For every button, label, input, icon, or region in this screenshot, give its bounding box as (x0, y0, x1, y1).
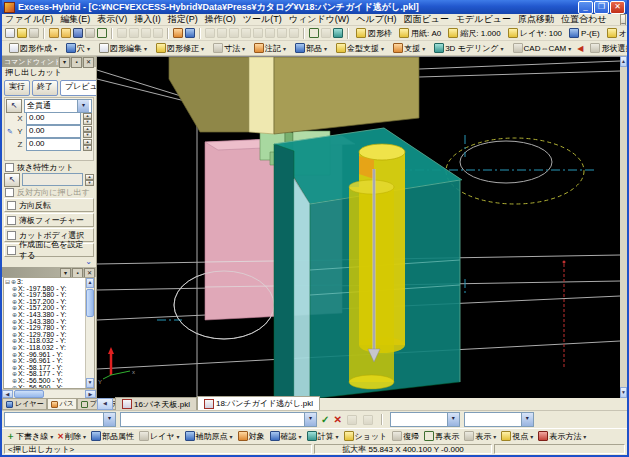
checkbox[interactable] (7, 231, 16, 240)
value-combo-4[interactable]: ▾ (464, 412, 534, 427)
aux-origin-menu[interactable]: 補助原点 (184, 431, 233, 442)
toolbar-collapse-icon[interactable]: ◀ (577, 44, 583, 53)
scroll-up-icon[interactable]: ▲ (620, 56, 627, 67)
hole-menu[interactable]: 穴 (63, 42, 92, 55)
z-input[interactable]: 0.00 (26, 138, 81, 151)
scroll-left-icon[interactable]: ◀ (2, 390, 13, 398)
x-spinner[interactable]: ▲▼ (83, 113, 92, 124)
close-button[interactable]: ✕ (610, 1, 625, 14)
value-combo-2[interactable]: ▾ (120, 412, 317, 427)
depth-type-select[interactable]: 全貫通▾ (24, 99, 92, 113)
parts-menu[interactable]: 部品 (292, 42, 329, 55)
command-panel-header[interactable]: コマンドウィンドウ ▾ ▪ ✕ (2, 56, 96, 67)
leaf-icon[interactable] (333, 28, 343, 38)
tree-coordinate-item[interactable]: ⊕X: -56.500 - Y: (4, 385, 85, 389)
shape-edit-menu[interactable]: 図形編集 (96, 42, 149, 55)
menu-operate[interactable]: 操作(O) (205, 14, 236, 26)
part-attribute-button[interactable]: 部品属性 (90, 431, 134, 442)
restore-view-button[interactable]: 復帰 (391, 431, 419, 442)
chevron-down-icon[interactable]: ▾ (103, 413, 115, 426)
scrollbar-thumb[interactable] (14, 390, 44, 398)
menu-insert[interactable]: 挿入(I) (134, 14, 161, 26)
checkbox[interactable] (7, 246, 16, 255)
option-thin-feature[interactable]: 薄板フィーチャー (4, 213, 94, 227)
menu-file[interactable]: ファイル(F) (5, 14, 53, 26)
viewport-3d[interactable]: x Y (97, 56, 620, 399)
y-input[interactable]: 0.00 (26, 125, 81, 138)
overlay-button[interactable]: オーバーレイ:0 (606, 28, 627, 39)
support-menu[interactable]: 支援 (390, 42, 427, 55)
restore-button[interactable]: ❐ (594, 1, 609, 14)
menu-origin-move[interactable]: 原点移動 (518, 14, 554, 26)
tree-horizontal-scrollbar[interactable]: ◀ ▶ (2, 389, 96, 398)
document-tab-inactive[interactable]: 16:バネ天板.pkl (115, 397, 197, 410)
doc-tab-scroll-left-icon[interactable]: ◀ (97, 398, 113, 410)
shape-fix-menu[interactable]: 図形修正 (153, 42, 206, 55)
menu-align[interactable]: 位置合わせ (561, 14, 606, 26)
menu-tools[interactable]: ツール(T) (243, 14, 282, 26)
tree-panel-header[interactable]: ▾ ▪ ✕ (2, 267, 96, 277)
menu-help[interactable]: ヘルプ(H) (356, 14, 396, 26)
modeling-3d-menu[interactable]: 3D モデリング (431, 42, 505, 55)
open-file-icon[interactable] (17, 28, 27, 38)
target-button[interactable]: 対象 (237, 431, 265, 442)
save-icon[interactable] (73, 28, 83, 38)
z-spinner[interactable]: ▲▼ (83, 139, 92, 150)
draft-line-menu[interactable]: ＋下書き線 (6, 430, 53, 443)
menu-window[interactable]: ウィンドウ(W) (289, 14, 350, 26)
display-menu[interactable]: 表示 (463, 431, 496, 442)
paper-size-button[interactable]: 用紙: A0 (398, 28, 441, 39)
checkbox[interactable] (5, 163, 14, 172)
viewport-vertical-scrollbar[interactable]: ▲ ▼ (620, 56, 627, 398)
execute-button[interactable]: 実行 (4, 80, 30, 96)
menu-model-view[interactable]: モデルビュー (456, 14, 511, 26)
chevron-down-icon[interactable]: ▾ (521, 413, 533, 426)
scroll-down-icon[interactable]: ▼ (620, 387, 627, 398)
pen-button[interactable]: P-(E) (568, 28, 600, 38)
finish-button[interactable]: 終了 (32, 80, 58, 96)
scroll-up-icon[interactable]: ▲ (86, 278, 94, 288)
note-menu[interactable]: 注記 (251, 42, 288, 55)
dimension-menu[interactable]: 寸法 (210, 42, 247, 55)
viewpoint-menu[interactable]: 視点 (500, 431, 533, 442)
option-direction-reverse[interactable]: 方向反転 (4, 198, 94, 212)
menu-drawing-view[interactable]: 図面ビュー (403, 14, 448, 26)
chevron-down-icon[interactable]: ▾ (304, 413, 316, 426)
print-icon[interactable] (85, 28, 95, 38)
menu-edit[interactable]: 編集(E) (60, 14, 90, 26)
delete-menu[interactable]: ✕削除 (57, 431, 86, 442)
redraw-button[interactable]: 再表示 (423, 431, 459, 442)
draft-cut-checkbox-row[interactable]: 抜き特性カット (2, 161, 96, 173)
ok-icon[interactable]: ✓ (321, 414, 329, 425)
close-file-icon[interactable] (29, 28, 39, 38)
scroll-down-icon[interactable]: ▼ (86, 378, 94, 388)
layer-menu[interactable]: レイヤ (138, 431, 180, 442)
checkbox[interactable] (7, 216, 16, 225)
shape-create-menu[interactable]: 図形作成 (6, 42, 59, 55)
value-combo-1[interactable]: ▾ (4, 412, 116, 427)
folder-import-icon[interactable] (61, 28, 71, 38)
panel-expand-icon[interactable]: ⌄ (2, 258, 96, 267)
cancel-icon[interactable]: ✕ (333, 414, 341, 425)
pick-target-button[interactable]: ↖ (4, 173, 20, 187)
scrollbar-thumb[interactable] (86, 289, 94, 317)
option-set-face-color[interactable]: 作成面に色を設定する (4, 243, 94, 257)
redo-icon[interactable] (185, 28, 195, 38)
calc-menu[interactable]: 計算 (306, 431, 339, 442)
scale-button[interactable]: 縮尺: 1.000 (447, 28, 500, 39)
minimize-button[interactable]: _ (578, 1, 593, 14)
tree-vertical-scrollbar[interactable]: ▲ ▼ (85, 278, 94, 388)
collapse-icon[interactable]: ⊟ (5, 279, 10, 286)
raise-icon[interactable] (309, 28, 319, 38)
x-input[interactable]: 0.00 (26, 112, 81, 125)
tab-path[interactable]: パス (47, 398, 77, 410)
chevron-down-icon[interactable]: ▾ (447, 413, 459, 426)
value-combo-3[interactable]: ▾ (390, 412, 460, 427)
die-support-menu[interactable]: 金型支援 (333, 42, 386, 55)
preview-button[interactable]: プレビュー (60, 80, 97, 96)
document-tab-active[interactable]: 18:パンチガイド逃がし.pkl (197, 396, 320, 410)
mdi-minimize-button[interactable]: _ (620, 14, 626, 26)
frame-setting-button[interactable]: 図形枠 (355, 28, 392, 39)
shot-button[interactable]: ショット (343, 431, 388, 442)
layer-button[interactable]: レイヤ: 100 (507, 28, 562, 39)
